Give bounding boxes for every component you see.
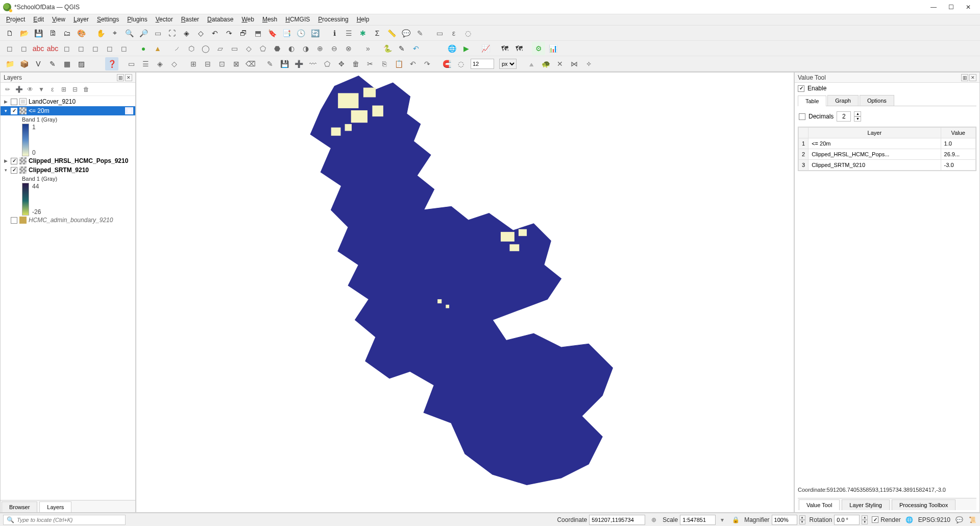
digitize-1[interactable]: ⟋ <box>170 42 184 55</box>
expander-icon[interactable]: ▶ <box>3 158 9 163</box>
snap-unit[interactable]: px <box>497 57 519 70</box>
snap-button[interactable]: 🧲 <box>440 57 453 70</box>
table-row[interactable]: 3Clipped_SRTM_9210-3.0 <box>799 160 976 171</box>
rotation-input[interactable] <box>834 515 860 525</box>
minimize-button[interactable]: — <box>925 1 942 13</box>
zoom-to-layer-button[interactable]: ◇ <box>194 27 207 40</box>
new-map-view-button[interactable]: 🗗 <box>237 27 250 40</box>
topo-4[interactable]: ⋈ <box>568 57 581 70</box>
map-canvas[interactable] <box>136 72 794 513</box>
mmqgis2-button[interactable]: ▲ <box>151 42 164 55</box>
style-icon[interactable]: ✏ <box>4 85 12 93</box>
menu-processing[interactable]: Processing <box>314 14 352 25</box>
close-panel-icon[interactable]: ✕ <box>125 74 132 81</box>
snap-tolerance[interactable] <box>469 57 496 70</box>
tab-browser[interactable]: Browser <box>2 501 37 512</box>
go-button[interactable]: ▶ <box>459 42 473 55</box>
locator-bar[interactable]: 🔍 <box>3 515 126 525</box>
zoom-last-button[interactable]: ↶ <box>208 27 222 40</box>
menu-view[interactable]: View <box>48 14 69 25</box>
vt-tab-graph[interactable]: Graph <box>827 95 859 106</box>
tb3-2[interactable]: ☰ <box>139 57 152 70</box>
vt-decimals-input[interactable] <box>837 111 851 122</box>
collapse-all-icon[interactable]: ⊟ <box>71 85 79 93</box>
label-tool-3[interactable]: ◻ <box>60 42 74 55</box>
edit-save[interactable]: 💾 <box>278 57 291 70</box>
snap2-button[interactable]: ◌ <box>454 57 468 70</box>
table-row[interactable]: 1<= 20m1.0 <box>799 138 976 149</box>
layer-checkbox[interactable] <box>11 108 17 114</box>
digitize-6[interactable]: ◇ <box>242 42 255 55</box>
layer-row[interactable]: ▶LandCover_9210 <box>1 97 135 106</box>
locator-input[interactable] <box>17 517 123 523</box>
zoom-out-button[interactable]: 🔎 <box>137 27 150 40</box>
label-tool-4[interactable]: ◻ <box>75 42 88 55</box>
manage-themes-icon[interactable]: 👁 <box>26 85 34 93</box>
undo-blue-button[interactable]: ↶ <box>409 42 423 55</box>
new-virtual-button[interactable]: ▨ <box>75 57 88 70</box>
menu-plugins[interactable]: Plugins <box>123 14 151 25</box>
attribute-table-button[interactable]: ☰ <box>342 27 355 40</box>
menu-hcmgis[interactable]: HCMGIS <box>281 14 314 25</box>
menu-raster[interactable]: Raster <box>177 14 203 25</box>
save-project-button[interactable]: 💾 <box>32 27 45 40</box>
pan-button[interactable]: ✋ <box>94 27 107 40</box>
menu-settings[interactable]: Settings <box>93 14 123 25</box>
topo-1[interactable]: ⟁ <box>525 57 538 70</box>
new-print-layout-button[interactable]: 🖺 <box>46 27 59 40</box>
edit-delete[interactable]: 🗑 <box>349 57 362 70</box>
tab-layers[interactable]: Layers <box>39 501 71 512</box>
new-spatialite-button[interactable]: ✎ <box>46 57 59 70</box>
map-tips-button[interactable]: 💬 <box>399 27 412 40</box>
layer-checkbox[interactable] <box>11 158 17 164</box>
vt-tab-options[interactable]: Options <box>860 95 894 106</box>
zoom-full-button[interactable]: ⛶ <box>165 27 179 40</box>
edit-cut[interactable]: ✂ <box>363 57 377 70</box>
annotation-button[interactable]: ✎ <box>413 27 427 40</box>
topo-2[interactable]: 🐢 <box>539 57 552 70</box>
zoom-native-button[interactable]: ▭ <box>151 27 164 40</box>
digitize-3[interactable]: ◯ <box>199 42 212 55</box>
model-button[interactable]: 📊 <box>546 42 559 55</box>
close-vt-icon[interactable]: ✕ <box>969 74 976 81</box>
label-tool-2[interactable]: ◻ <box>17 42 31 55</box>
digitize-2[interactable]: ⬡ <box>185 42 198 55</box>
scale-dropdown-icon[interactable]: ▾ <box>718 515 727 524</box>
edit-copy[interactable]: ⎘ <box>378 57 391 70</box>
coordinate-input[interactable] <box>589 515 645 525</box>
label-tool-7[interactable]: ◻ <box>117 42 131 55</box>
vt-enable-checkbox[interactable] <box>798 85 804 92</box>
crs-icon[interactable]: 🌐 <box>905 515 914 524</box>
log-icon[interactable]: 📜 <box>968 515 977 524</box>
label-abc-button[interactable]: abc <box>32 42 45 55</box>
data-source-manager-button[interactable]: 📁 <box>3 57 16 70</box>
edit-move[interactable]: ✥ <box>335 57 348 70</box>
chart-button[interactable]: 📈 <box>479 42 492 55</box>
layer-tree[interactable]: ▶LandCover_9210▾<= 20m▦Band 1 (Gray)10▶C… <box>1 96 135 500</box>
btab-value-tool[interactable]: Value Tool <box>799 499 840 510</box>
expand-all-icon[interactable]: ⊞ <box>60 85 68 93</box>
field-calculator-button[interactable]: ✱ <box>356 27 370 40</box>
maximize-button[interactable]: ☐ <box>942 1 960 13</box>
measure-button[interactable]: 📏 <box>385 27 398 40</box>
remove-layer-icon[interactable]: 🗑 <box>82 85 90 93</box>
globe-button[interactable]: 🌐 <box>445 42 458 55</box>
layer-checkbox[interactable] <box>11 217 17 224</box>
edit-redo[interactable]: ↷ <box>421 57 434 70</box>
snap-tolerance-input[interactable] <box>471 59 494 69</box>
edit-button[interactable]: ✎ <box>395 42 408 55</box>
digitize-8[interactable]: ⬣ <box>271 42 284 55</box>
tb3-9[interactable]: ⌫ <box>244 57 257 70</box>
topo-5[interactable]: ⟡ <box>582 57 595 70</box>
help-button[interactable]: ❓ <box>105 57 118 70</box>
osm-2-button[interactable]: 🗺 <box>512 42 526 55</box>
snap-unit-select[interactable]: px <box>499 59 517 69</box>
vt-decimals-spinner[interactable]: ▲▼ <box>854 111 861 122</box>
show-layout-manager-button[interactable]: 🗂 <box>60 27 74 40</box>
deselect-button[interactable]: ◌ <box>461 27 475 40</box>
label-tool-5[interactable]: ◻ <box>89 42 102 55</box>
new-bookmark-button[interactable]: 🔖 <box>265 27 279 40</box>
table-row[interactable]: 2Clipped_HRSL_HCMC_Pops...26.9... <box>799 149 976 160</box>
lock-icon[interactable]: 🔒 <box>731 515 740 524</box>
tb3-8[interactable]: ⊠ <box>230 57 243 70</box>
